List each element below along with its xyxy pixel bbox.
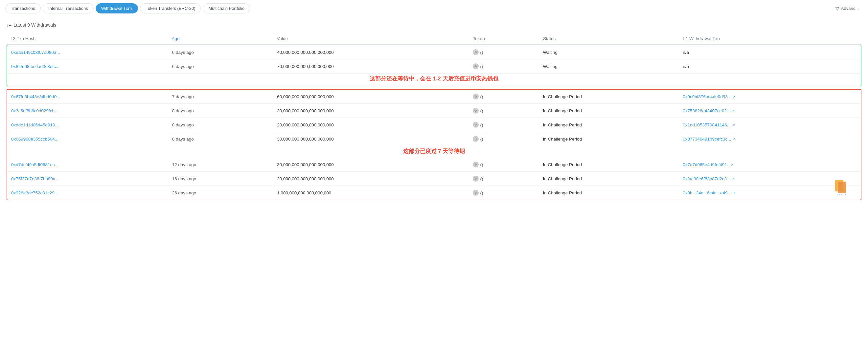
age-cell: 8 days ago <box>168 118 273 132</box>
token-label: () <box>480 162 483 167</box>
value-cell: 40,000,000,000,000,000,000 <box>273 45 469 59</box>
table-row: 0xddc1d1d06d45d919... 8 days ago 20,000,… <box>7 118 861 132</box>
txn-hash-link[interactable]: 0x75f37a7e38f7bb89a... <box>11 176 59 181</box>
txn-hash-link[interactable]: 0xeaa149c08f07a086a... <box>11 50 60 55</box>
token-icon: ⊙ <box>473 136 479 142</box>
external-link-icon: ↗ <box>731 163 735 167</box>
status-cell: In Challenge Period <box>539 118 679 132</box>
sort-icon: ↓= <box>7 22 11 28</box>
challenge-table: 0x67fe3b448e34bd0d0... 7 days ago 60,000… <box>7 90 861 200</box>
l1-txn-link[interactable]: 0x877346491b9cefc3c... <box>683 137 731 141</box>
table-row: 0x926a3dc752c31c29... 26 days ago 1,000,… <box>7 186 861 200</box>
table-row: 0x67fe3b448e34bd0d0... 7 days ago 60,000… <box>7 90 861 104</box>
page-container: Transactions Internal Transactions Withd… <box>0 0 868 205</box>
tab-transactions[interactable]: Transactions <box>5 3 41 13</box>
section-title: ↓= Latest 9 Withdrawals <box>7 22 861 28</box>
l1-txn-link[interactable]: 0x753828e43407ce02... <box>683 108 730 113</box>
token-icon: ⊙ <box>473 162 479 167</box>
value-cell: 60,000,000,000,000,000,000 <box>273 90 469 104</box>
token-cell: ⊙ () <box>469 158 539 172</box>
token-cell: ⊙ () <box>469 172 539 186</box>
status-cell: Waiting <box>539 59 679 73</box>
age-cell: 26 days ago <box>168 186 273 200</box>
col-header-hash: L2 Txn Hash <box>7 33 168 45</box>
txn-hash-link[interactable]: 0xf64e68fbc6ad3c8efc... <box>11 64 59 69</box>
tabs-bar: Transactions Internal Transactions Withd… <box>0 0 868 17</box>
col-header-l1: L1 Withdrawal Txn <box>679 33 861 45</box>
l1-txn-link[interactable]: 0x1dd1053579841146... <box>683 123 731 127</box>
age-cell: 6 days ago <box>168 45 273 59</box>
l1-txn-link[interactable]: 0x9c9bf876ca4de0d93... <box>683 94 731 99</box>
content-area: ↓= Latest 9 Withdrawals L2 Txn Hash Age … <box>0 17 868 205</box>
txn-hash-link[interactable]: 0xd7dcf49a5df0681dc... <box>11 162 59 167</box>
l1-cell: 0xfae98e6f83b87d2c3... ↗ <box>679 172 861 186</box>
external-link-icon: ↗ <box>732 177 736 181</box>
tab-withdrawal-txns[interactable]: Withdrawal Txns <box>96 3 138 13</box>
tab-token-transfers[interactable]: Token Transfers (ERC-20) <box>140 3 201 13</box>
l1-cell: 0x877346491b9cefc3c... ↗ <box>679 132 861 146</box>
table-row: 0x3c5ef8b6c0d029fcb... 8 days ago 30,000… <box>7 104 861 118</box>
value-cell: 20,000,000,000,000,000,000 <box>273 118 469 132</box>
status-cell: In Challenge Period <box>539 132 679 146</box>
col-header-age: Age <box>168 33 273 45</box>
l1-cell: n/a <box>679 45 861 59</box>
table-row: 0x75f37a7e38f7bb89a... 16 days ago 20,00… <box>7 172 861 186</box>
annotation-row-red: 这部分已度过 7 天等待期 <box>7 146 861 158</box>
status-cell: Waiting <box>539 45 679 59</box>
external-link-icon: ↗ <box>732 109 736 113</box>
token-label: () <box>480 176 483 181</box>
col-header-status: Status <box>539 33 679 45</box>
txn-hash-link[interactable]: 0x3c5ef8b6c0d029fcb... <box>11 108 58 113</box>
annotation-row-green: 这部分还在等待中，会在 1-2 天后充值进币安热钱包 <box>7 73 861 86</box>
external-link-icon: ↗ <box>732 123 736 127</box>
status-cell: In Challenge Period <box>539 104 679 118</box>
status-cell: In Challenge Period <box>539 172 679 186</box>
waiting-group: 0xeaa149c08f07a086a... 6 days ago 40,000… <box>7 45 861 86</box>
token-label: () <box>480 137 483 141</box>
txn-hash-link[interactable]: 0x669968e355ccb504... <box>11 137 59 141</box>
txn-hash-link[interactable]: 0xddc1d1d06d45d919... <box>11 123 59 127</box>
age-cell: 8 days ago <box>168 132 273 146</box>
value-cell: 70,000,000,000,000,000,000 <box>273 59 469 73</box>
txn-hash-link[interactable]: 0x67fe3b448e34bd0d0... <box>11 94 60 99</box>
l1-cell: 0x7a7d965e4d9fef49f... ↗ <box>679 158 861 172</box>
token-cell: ⊙ () <box>469 59 539 73</box>
l1-txn-link[interactable]: 0x7a7d965e4d9fef49f... <box>683 162 730 167</box>
token-icon: ⊙ <box>473 49 479 55</box>
value-cell: 20,000,000,000,000,000,000 <box>273 172 469 186</box>
value-cell: 1,000,000,000,000,000,000 <box>273 186 469 200</box>
token-cell: ⊙ () <box>469 132 539 146</box>
l1-txn-link[interactable]: 0xfae98e6f83b87d2c3... <box>683 176 730 181</box>
external-link-icon: ↗ <box>733 191 737 195</box>
l1-cell: 0x753828e43407ce02... ↗ <box>679 104 861 118</box>
l1-cell: 0x9c9bf876ca4de0d93... ↗ <box>679 90 861 104</box>
l1-cell: 0x8b...34c...6c4n...e49... ↗ <box>679 186 861 200</box>
token-cell: ⊙ () <box>469 90 539 104</box>
tab-internal-transactions[interactable]: Internal Transactions <box>43 3 94 13</box>
table-row: 0x669968e355ccb504... 8 days ago 30,000,… <box>7 132 861 146</box>
filter-icon: ▽ <box>835 6 839 11</box>
external-link-icon: ↗ <box>732 137 736 141</box>
table-row: 0xd7dcf49a5df0681dc... 12 days ago 30,00… <box>7 158 861 172</box>
table-header: L2 Txn Hash Age Value Token Status L1 Wi… <box>7 33 861 45</box>
age-cell: 16 days ago <box>168 172 273 186</box>
token-icon: ⊙ <box>473 108 479 114</box>
age-cell: 6 days ago <box>168 59 273 73</box>
tab-multichain-portfolio[interactable]: Multichain Portfolio <box>203 3 250 13</box>
l1-txn-link[interactable]: 0x8b...34c...6c4n...e49... <box>683 190 731 195</box>
token-icon: ⊙ <box>473 63 479 69</box>
token-icon: ⊙ <box>473 176 479 182</box>
token-cell: ⊙ () <box>469 45 539 59</box>
token-label: () <box>480 64 483 69</box>
l1-cell: n/a <box>679 59 861 73</box>
annotation-green-text: 这部分还在等待中，会在 1-2 天后充值进币安热钱包 <box>370 75 498 82</box>
token-label: () <box>480 108 483 113</box>
txn-hash-link[interactable]: 0x926a3dc752c31c29... <box>11 190 58 195</box>
advanced-button[interactable]: ▽ Advanc... <box>832 4 863 13</box>
age-cell: 12 days ago <box>168 158 273 172</box>
token-cell: ⊙ () <box>469 104 539 118</box>
token-cell: ⊙ () <box>469 186 539 200</box>
section-title-text: Latest 9 Withdrawals <box>13 22 56 28</box>
status-cell: In Challenge Period <box>539 186 679 200</box>
age-cell: 7 days ago <box>168 90 273 104</box>
